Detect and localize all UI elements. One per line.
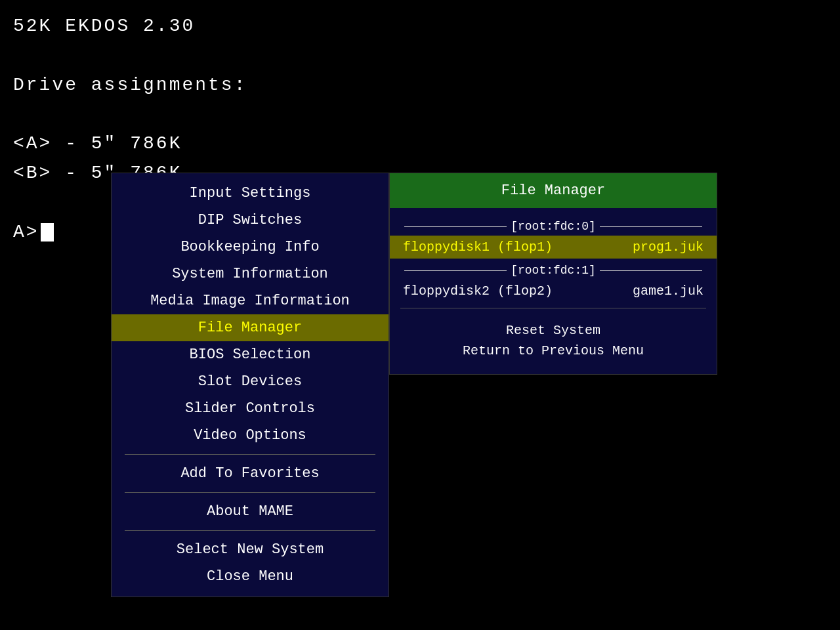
terminal-cursor [41,223,54,242]
menu-item-add-to-favorites[interactable]: Add To Favorites [112,460,388,487]
terminal-line [13,41,247,71]
terminal-line: 52K EKDOS 2.30 [13,12,247,41]
fdc1-device-row[interactable]: floppydisk2 (flop2) game1.juk [390,280,717,303]
fdc0-section: [root:fdc:0] floppydisk1 (flop1) prog1.j… [390,217,717,259]
menu-item-select-new-system[interactable]: Select New System [112,536,388,563]
fdc1-device-file: game1.juk [633,284,704,299]
fdc1-line-right [600,270,702,271]
fdc0-device-file: prog1.juk [633,240,704,255]
divider-2 [125,492,375,493]
right-panel-header: File Manager [390,173,717,208]
left-menu: Input Settings DIP Switches Bookkeeping … [111,173,389,597]
fdc0-device-row[interactable]: floppydisk1 (flop1) prog1.juk [390,236,717,259]
right-bottom: Reset System Return to Previous Menu [390,314,717,368]
terminal-line [13,100,247,129]
divider-3 [125,530,375,531]
right-panel-content: [root:fdc:0] floppydisk1 (flop1) prog1.j… [390,208,717,374]
menu-item-slot-devices[interactable]: Slot Devices [112,368,388,395]
terminal-line: <A> - 5" 786K [13,129,247,159]
fdc1-line-left [404,270,507,271]
menu-item-close-menu[interactable]: Close Menu [112,563,388,590]
terminal-prompt: A> [13,218,39,247]
fdc0-line-right [600,226,702,227]
menu-item-input-settings[interactable]: Input Settings [112,180,388,207]
fdc0-device-name: floppydisk1 (flop1) [403,240,553,255]
fdc1-section: [root:fdc:1] floppydisk2 (flop2) game1.j… [390,261,717,303]
fdc1-label-row: [root:fdc:1] [390,261,717,280]
right-panel: File Manager [root:fdc:0] floppydisk1 (f… [389,173,717,375]
fdc0-label: [root:fdc:0] [511,220,596,233]
return-previous-label[interactable]: Return to Previous Menu [403,341,704,361]
menu-item-dip-switches[interactable]: DIP Switches [112,207,388,234]
menu-item-media-image-information[interactable]: Media Image Information [112,287,388,314]
reset-system-label[interactable]: Reset System [403,320,704,341]
fdc1-device-name: floppydisk2 (flop2) [403,284,553,299]
divider-1 [125,454,375,455]
menu-item-bookkeeping-info[interactable]: Bookkeeping Info [112,234,388,261]
menu-item-slider-controls[interactable]: Slider Controls [112,395,388,422]
right-divider [400,308,706,308]
terminal-line: Drive assignments: [13,71,247,100]
menu-item-about-mame[interactable]: About MAME [112,498,388,525]
menu-item-system-information[interactable]: System Information [112,261,388,287]
menu-item-bios-selection[interactable]: BIOS Selection [112,341,388,368]
menu-item-file-manager[interactable]: File Manager [112,314,388,341]
menu-item-video-options[interactable]: Video Options [112,422,388,449]
fdc0-line-left [404,226,507,227]
fdc0-label-row: [root:fdc:0] [390,217,717,236]
fdc1-label: [root:fdc:1] [511,264,596,277]
overlay-container: Input Settings DIP Switches Bookkeeping … [111,173,717,597]
